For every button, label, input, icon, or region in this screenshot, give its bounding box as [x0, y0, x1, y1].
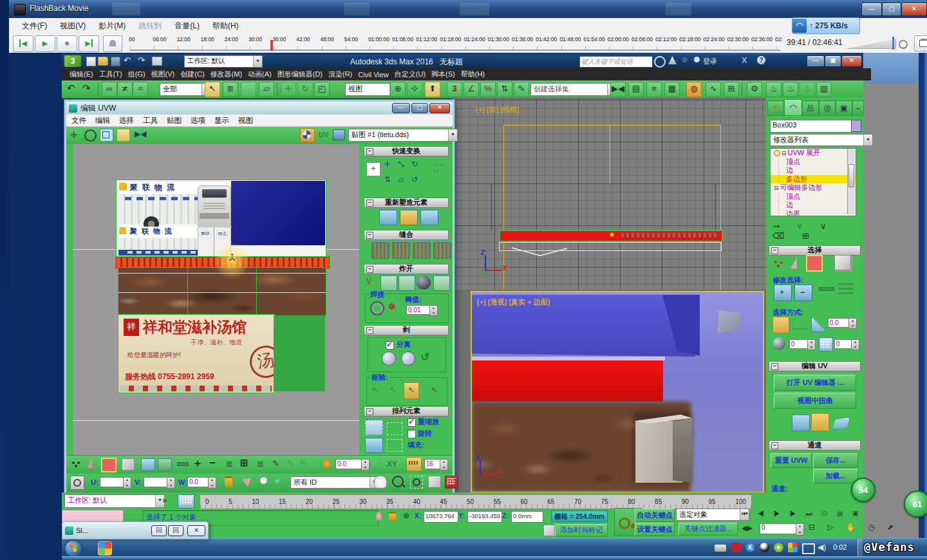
tab-utilities[interactable]: ⌁	[852, 100, 864, 116]
angle-snap-icon[interactable]: ∠	[464, 82, 479, 97]
max-menu-item[interactable]: 编辑(E)	[70, 70, 93, 79]
open-uv-editor-button[interactable]: 打开 UV 编辑器 ...	[774, 375, 856, 391]
selection-lock-icon[interactable]	[389, 512, 396, 521]
save-icon[interactable]	[111, 57, 120, 66]
menu-jumpto[interactable]: 跳转到	[132, 18, 168, 33]
timeline-playhead[interactable]	[270, 40, 273, 51]
threshold-field[interactable]: 0.01	[406, 305, 431, 315]
menu-file[interactable]: 文件(F)	[15, 18, 53, 33]
lock-icon[interactable]	[225, 476, 232, 487]
viewcube[interactable]	[711, 310, 741, 336]
pin-icon-active[interactable]: ➴	[404, 382, 419, 399]
menu-help[interactable]: 帮助(H)	[206, 18, 245, 33]
max-menu-item[interactable]: 图形编辑器(D)	[277, 70, 323, 79]
time-tag-icon[interactable]	[543, 525, 555, 536]
max-menu-item[interactable]: 自定义(U)	[395, 70, 426, 79]
uvw-menu-item[interactable]: 编辑	[95, 116, 110, 126]
viewport-perspective[interactable]: [+] [透视] [真实 + 边面] Z X	[471, 291, 764, 493]
select-link-icon[interactable]: ∞	[102, 82, 117, 97]
collapsed-close-button[interactable]: ✕	[187, 525, 205, 536]
polygon-mode-icon-active[interactable]	[101, 458, 117, 472]
edituv-icon-1[interactable]	[792, 415, 810, 431]
select-sphere-icon[interactable]	[772, 337, 785, 350]
bulb-icon[interactable]	[259, 476, 268, 485]
collapsed-min-button[interactable]: 回	[151, 525, 167, 536]
keyboard-shortcut-override-icon[interactable]: ⬆	[425, 82, 440, 97]
open-file-icon[interactable]	[98, 57, 108, 66]
pick-texture-icon[interactable]	[240, 475, 251, 487]
align-icon[interactable]: ▤	[628, 82, 644, 97]
zoom-region-icon[interactable]	[410, 476, 423, 489]
detach-window-button[interactable]	[914, 35, 927, 51]
arrange-icon-4[interactable]	[387, 439, 402, 452]
z-coord-field[interactable]: 0.0mm	[511, 511, 543, 523]
rescale-checkbox[interactable]	[407, 418, 416, 427]
select-rotate-icon[interactable]: ↻	[297, 82, 313, 97]
w-spinner[interactable]	[208, 477, 216, 489]
modifier-stack-item[interactable]: 边	[771, 166, 856, 175]
max-minimize-button[interactable]: —	[807, 55, 825, 67]
communication-icon[interactable]	[668, 56, 677, 64]
percent-snap-icon[interactable]: %	[480, 82, 496, 97]
rectangular-selection-icon[interactable]	[241, 82, 256, 97]
weld-selected-icon[interactable]: ✲	[388, 301, 396, 312]
expand-toggle-icon[interactable]	[782, 150, 787, 156]
loop-bar-icon[interactable]	[819, 287, 834, 291]
selected-polygon-bar[interactable]	[499, 230, 723, 242]
arrange-icon-3[interactable]	[387, 422, 402, 435]
explode-sphere-icon[interactable]	[417, 275, 431, 290]
collapsed-window[interactable]: Sl... 回 回 ✕	[62, 521, 209, 539]
rollout-peel[interactable]: 剥	[364, 325, 449, 335]
overflow-chevron[interactable]: »	[162, 495, 167, 505]
modifier-stack-item[interactable]: 顶点	[771, 192, 856, 201]
max-menu-item[interactable]: 帮助(H)	[461, 70, 485, 79]
texture-banner-region[interactable]: 祥 祥和堂滋补汤馆 干净、滋补、地道 给您最温暖的呵护! 汤 服务热线 0755…	[118, 314, 275, 393]
select-by-element-icon-active[interactable]	[772, 317, 789, 333]
select-object-icon[interactable]: ↖	[205, 82, 220, 97]
y-coord-field[interactable]: -30193.459	[467, 511, 502, 523]
select-grid-icon[interactable]	[819, 337, 833, 351]
favorites-star-icon[interactable]: ☆	[681, 55, 688, 64]
edge-mode-icon[interactable]	[87, 459, 92, 468]
render-production-icon[interactable]: ♨	[783, 82, 798, 97]
frame-spinner[interactable]	[796, 523, 804, 536]
falloff-icon[interactable]: ∕	[374, 458, 375, 469]
reshape-icon-2[interactable]	[400, 210, 418, 225]
uvw-menu-item[interactable]: 贴图	[167, 116, 182, 126]
uvw-maximize-button[interactable]: ▢	[411, 103, 428, 113]
uvw-menu-item[interactable]: 选择	[119, 116, 134, 126]
modifier-stack-item[interactable]: 顶点	[771, 158, 856, 167]
expand-selection-icon[interactable]: +	[774, 285, 792, 301]
object-name-field[interactable]: Box003	[770, 120, 852, 133]
track-bar[interactable]: 0510152025303540455055606570758085909510…	[200, 494, 752, 509]
help-icon[interactable]: ?	[757, 56, 765, 64]
undo-icon[interactable]: ↶	[124, 55, 131, 65]
rollout-edit-uv[interactable]: 编辑 UV	[769, 361, 861, 371]
search-input[interactable]: 键入关键字或短语	[579, 56, 653, 68]
login-label[interactable]: 登录	[703, 57, 717, 66]
peel-icon-2[interactable]	[401, 351, 415, 366]
tab-motion[interactable]: ◎	[819, 100, 836, 116]
rollout-channel[interactable]: 通道	[769, 440, 861, 451]
named-selection-dropdown[interactable]: 创建选择集	[530, 83, 617, 96]
rollout-arrange[interactable]: 排列元素	[364, 406, 449, 416]
new-file-icon[interactable]	[86, 57, 96, 66]
workspace-dropdown-bottom[interactable]: 工作区: 默认	[64, 494, 165, 508]
rendered-frame-icon[interactable]: ♨	[766, 82, 782, 97]
select-by-angle-icon[interactable]	[811, 317, 827, 332]
render-iterative-icon[interactable]: ♨	[800, 82, 815, 97]
key-filters-button[interactable]: 关键点过滤器...	[679, 523, 738, 536]
modifier-stack-item[interactable]: 可编辑多边形	[771, 183, 856, 192]
polygon-subobject-icon-active[interactable]	[806, 255, 823, 272]
render-preview-icon[interactable]: ▥	[816, 82, 832, 97]
volume-slider[interactable]	[846, 39, 896, 49]
element-subobject-icon[interactable]	[834, 255, 851, 270]
viewport-front[interactable]: [+] [前] [线框] Z X	[453, 100, 766, 290]
explode-icon-2[interactable]	[398, 275, 415, 291]
next-frame-button[interactable]: ▶	[79, 35, 99, 52]
time-config-icon[interactable]	[178, 494, 194, 509]
pan-hand-icon[interactable]	[374, 476, 387, 489]
volume-thumb[interactable]	[892, 37, 894, 50]
tray-icon-red[interactable]	[731, 543, 741, 552]
modifier-list-dropdown[interactable]: 修改器列表	[770, 134, 873, 146]
